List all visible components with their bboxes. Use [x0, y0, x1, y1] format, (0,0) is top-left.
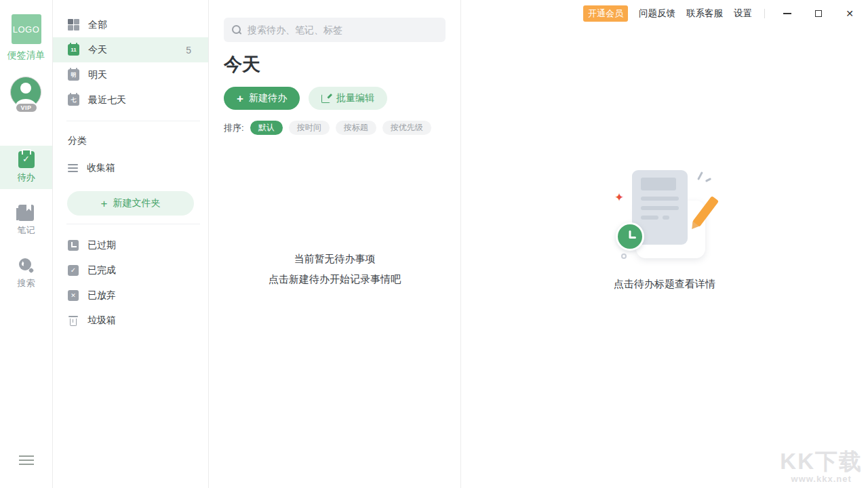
- maximize-icon: [815, 10, 822, 17]
- search-bar[interactable]: [224, 18, 446, 42]
- watermark-title: KK下载: [780, 449, 863, 474]
- abandoned-cross-icon: ✕: [68, 290, 79, 301]
- sort-option-title[interactable]: 按标题: [336, 121, 376, 135]
- rail-nav: 待办 笔记 搜索: [0, 146, 52, 304]
- close-button[interactable]: ✕: [840, 3, 860, 24]
- rail-item-label: 搜索: [18, 277, 35, 289]
- sidebar-divider: [66, 121, 200, 121]
- plus-icon: +: [101, 198, 108, 209]
- sort-option-time[interactable]: 按时间: [289, 121, 330, 135]
- menu-hamburger-icon[interactable]: [19, 453, 34, 468]
- app-logo: LOGO: [12, 14, 41, 44]
- sidebar-item-today[interactable]: 11 今天 5: [53, 37, 208, 62]
- top-menu-bar: 开通会员 问题反馈 联系客服 设置 ✕: [583, 0, 868, 27]
- sparkle-star-icon: ✦: [614, 192, 624, 203]
- page-title: 今天: [224, 52, 446, 77]
- spark-line-icon: [705, 178, 711, 182]
- sidebar-item-label: 已过期: [87, 239, 116, 251]
- empty-state-message: 当前暂无待办事项 点击新建待办开始记录事情吧: [224, 249, 446, 289]
- rail-item-label: 待办: [18, 171, 35, 184]
- logo-text: LOGO: [13, 24, 40, 35]
- search-input[interactable]: [248, 24, 437, 35]
- sidebar-item-abandoned[interactable]: ✕ 已放弃: [53, 283, 208, 308]
- new-todo-label: 新建待办: [249, 92, 287, 104]
- empty-line-2: 点击新建待办开始记录事情吧: [224, 269, 446, 289]
- notes-book-icon: [18, 205, 34, 221]
- decor-ring: [621, 253, 627, 259]
- sort-label: 排序:: [224, 122, 244, 134]
- trash-icon: [68, 315, 79, 326]
- clock-badge-icon: [616, 222, 644, 251]
- vip-badge: VIP: [14, 102, 37, 113]
- sidebar-item-label: 全部: [88, 19, 107, 31]
- new-todo-button[interactable]: + 新建待办: [224, 87, 300, 110]
- watermark-url: www.kkx.net: [780, 474, 863, 484]
- todo-list-panel: 今天 + 新建待办 批量编辑 排序: 默认 按时间 按标题 按优先级 当前暂无待…: [209, 0, 461, 488]
- sidebar: 全部 11 今天 5 明 明天 七 最近七天 分类 收集箱 + 新建文件夹 已过…: [53, 0, 209, 488]
- batch-edit-button[interactable]: 批量编辑: [309, 87, 387, 110]
- category-section-label: 分类: [53, 129, 208, 155]
- minimize-button[interactable]: [777, 3, 797, 24]
- sidebar-item-label: 收集箱: [87, 162, 115, 174]
- search-icon: [232, 25, 241, 35]
- minimize-icon: [783, 13, 791, 14]
- sidebar-item-label: 今天: [88, 44, 107, 56]
- edit-pencil-icon: [321, 94, 331, 103]
- spark-line-icon: [697, 171, 703, 180]
- app-name: 便签清单: [7, 49, 45, 62]
- sidebar-item-all[interactable]: 全部: [53, 12, 208, 37]
- sort-option-priority[interactable]: 按优先级: [382, 121, 431, 135]
- today-count-badge: 5: [186, 45, 191, 56]
- grid-icon: [68, 19, 79, 30]
- sidebar-item-inbox[interactable]: 收集箱: [53, 155, 208, 180]
- left-rail: LOGO 便签清单 VIP 待办 笔记 搜索: [0, 0, 53, 488]
- calendar-tomorrow-icon: 明: [68, 69, 79, 81]
- sort-row: 排序: 默认 按时间 按标题 按优先级: [224, 121, 446, 135]
- search-magnifier-icon: [18, 258, 35, 274]
- new-folder-button[interactable]: + 新建文件夹: [67, 191, 194, 216]
- sidebar-item-completed[interactable]: ✓ 已完成: [53, 258, 208, 283]
- sidebar-divider: [66, 224, 200, 224]
- action-buttons: + 新建待办 批量编辑: [224, 87, 446, 110]
- settings-link[interactable]: 设置: [734, 7, 752, 20]
- plus-icon: +: [237, 93, 243, 104]
- upgrade-member-button[interactable]: 开通会员: [583, 5, 628, 22]
- todo-clipboard-icon: [18, 151, 35, 168]
- new-folder-label: 新建文件夹: [113, 197, 160, 209]
- topbar-separator: [764, 9, 765, 18]
- batch-edit-label: 批量编辑: [336, 92, 374, 104]
- completed-check-icon: ✓: [68, 265, 79, 276]
- sidebar-item-label: 最近七天: [88, 94, 126, 106]
- sidebar-item-expired[interactable]: 已过期: [53, 232, 208, 258]
- sidebar-item-week[interactable]: 七 最近七天: [53, 87, 208, 113]
- inbox-lines-icon: [68, 164, 78, 172]
- rail-item-notes[interactable]: 笔记: [0, 199, 52, 242]
- detail-empty-state: ✦ 点击待办标题查看详情: [461, 165, 868, 291]
- sidebar-item-label: 明天: [88, 69, 107, 81]
- sidebar-item-trash[interactable]: 垃圾箱: [53, 308, 208, 333]
- empty-illustration: ✦: [610, 165, 719, 263]
- user-avatar[interactable]: VIP: [10, 77, 43, 112]
- support-link[interactable]: 联系客服: [686, 7, 723, 20]
- rail-item-search[interactable]: 搜索: [0, 251, 52, 295]
- calendar-today-icon: 11: [68, 44, 79, 56]
- detail-panel: 开通会员 问题反馈 联系客服 设置 ✕ ✦ 点击待办标题查看详情: [461, 0, 868, 488]
- sort-option-default[interactable]: 默认: [250, 121, 283, 135]
- detail-empty-caption: 点击待办标题查看详情: [614, 278, 715, 291]
- feedback-link[interactable]: 问题反馈: [639, 7, 675, 20]
- site-watermark: KK下载 www.kkx.net: [780, 449, 863, 484]
- rail-item-label: 笔记: [18, 224, 35, 237]
- sidebar-item-label: 垃圾箱: [87, 314, 116, 327]
- sidebar-item-tomorrow[interactable]: 明 明天: [53, 62, 208, 87]
- expired-clock-icon: [68, 240, 79, 251]
- empty-line-1: 当前暂无待办事项: [224, 249, 446, 269]
- rail-item-todo[interactable]: 待办: [0, 146, 52, 189]
- calendar-week-icon: 七: [68, 94, 79, 106]
- close-icon: ✕: [846, 9, 854, 18]
- sidebar-item-label: 已放弃: [87, 289, 116, 302]
- maximize-button[interactable]: [808, 3, 829, 24]
- sidebar-item-label: 已完成: [87, 264, 116, 277]
